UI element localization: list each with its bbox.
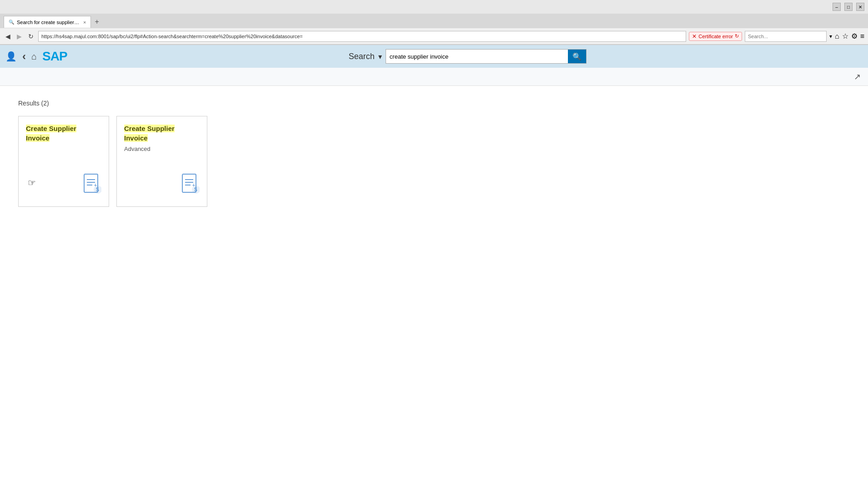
results-label: Results (2) xyxy=(18,100,850,107)
search-label[interactable]: Search xyxy=(349,52,375,61)
tab-bar: 🔍 Search for create supplier inv... × + xyxy=(0,14,868,28)
cert-error-icon: ✕ xyxy=(692,33,697,40)
sap-shell: 👤 ‹ ⌂ SAP Search ▾ 🔍 xyxy=(0,45,868,68)
maximize-button[interactable]: □ xyxy=(844,3,853,11)
cert-error-text: Certificate error xyxy=(698,34,733,39)
main-content: Results (2) Create SupplierInvoice ☞ xyxy=(0,86,868,220)
star-toolbar-icon[interactable]: ☆ xyxy=(842,32,848,40)
sub-header: ↗ xyxy=(0,68,868,86)
new-tab-button[interactable]: + xyxy=(91,16,102,28)
address-input[interactable] xyxy=(38,31,686,42)
card1-title: Create SupplierInvoice xyxy=(26,125,76,142)
card1-icon-area: ☞ $ + xyxy=(26,173,101,199)
card2-icon-area: $ + xyxy=(124,173,200,199)
tab-title: Search for create supplier inv... xyxy=(17,20,80,25)
gear-toolbar-icon[interactable]: ⚙ xyxy=(851,32,858,40)
card2-subtitle: Advanced xyxy=(124,145,200,152)
close-button[interactable]: ✕ xyxy=(856,3,864,11)
cursor-pointer-icon: ☞ xyxy=(28,177,36,188)
sap-logo-text: SAP xyxy=(42,49,67,64)
address-bar: ◀ ▶ ↻ ✕ Certificate error ↻ ▾ ⌂ ☆ ⚙ ≡ xyxy=(0,28,868,45)
home-navigation-icon[interactable]: ⌂ xyxy=(31,51,37,62)
menu-toolbar-icon[interactable]: ≡ xyxy=(860,32,864,40)
browser-search-input[interactable] xyxy=(745,31,827,42)
active-tab[interactable]: 🔍 Search for create supplier inv... × xyxy=(4,16,91,28)
share-icon[interactable]: ↗ xyxy=(854,72,861,82)
back-navigation-icon[interactable]: ‹ xyxy=(22,50,26,63)
search-dropdown-button[interactable]: ▾ xyxy=(378,52,382,61)
cert-refresh-icon[interactable]: ↻ xyxy=(735,33,739,39)
svg-text:+: + xyxy=(192,183,195,188)
user-icon[interactable]: 👤 xyxy=(5,51,17,62)
title-bar: – □ ✕ xyxy=(0,0,868,14)
search-dropdown-icon[interactable]: ▾ xyxy=(829,33,832,40)
sap-logo[interactable]: SAP xyxy=(42,49,67,64)
forward-button[interactable]: ▶ xyxy=(15,32,24,41)
invoice-icon-2: $ + xyxy=(181,173,200,199)
tab-close-icon[interactable]: × xyxy=(83,20,86,25)
card-create-supplier-invoice-advanced[interactable]: Create SupplierInvoice Advanced $ + xyxy=(116,116,207,207)
shell-search-button[interactable]: 🔍 xyxy=(568,50,586,63)
tab-favicon-icon: 🔍 xyxy=(9,20,14,25)
shell-search-input[interactable] xyxy=(386,50,568,63)
cert-error-indicator: ✕ Certificate error ↻ xyxy=(689,32,742,41)
card-create-supplier-invoice[interactable]: Create SupplierInvoice ☞ $ + xyxy=(18,116,109,207)
svg-text:+: + xyxy=(94,183,97,188)
back-button[interactable]: ◀ xyxy=(4,32,12,41)
card2-title: Create SupplierInvoice xyxy=(124,125,175,142)
minimize-button[interactable]: – xyxy=(833,3,841,11)
shell-search-area: Search ▾ 🔍 xyxy=(73,49,863,64)
refresh-button[interactable]: ↻ xyxy=(26,32,35,41)
cards-container: Create SupplierInvoice ☞ $ + xyxy=(18,116,850,207)
home-toolbar-icon[interactable]: ⌂ xyxy=(835,32,839,40)
search-input-wrapper: 🔍 xyxy=(386,49,587,64)
search-submit-icon: 🔍 xyxy=(572,53,582,60)
window-controls[interactable]: – □ ✕ xyxy=(833,3,864,11)
invoice-icon-1: $ + xyxy=(83,173,101,199)
